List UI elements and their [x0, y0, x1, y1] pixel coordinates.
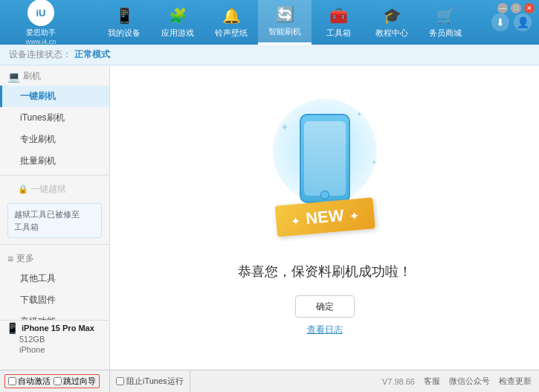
sidebar-section-flash: 💻 刷机: [0, 65, 109, 86]
bottom-right: V7.98.66 客服 微信公众号 检查更新: [375, 376, 539, 387]
top-bar: — □ ✕ iU 爱思助手 www.i4.cn 📱 我的设备 🧩 应用游戏 🔔 …: [0, 0, 539, 45]
status-value: 正常模式: [74, 48, 110, 61]
phone-home-button: [320, 190, 329, 199]
nav-tools[interactable]: 🧰 工具箱: [312, 0, 365, 45]
device-name-row: 📱 iPhone 15 Pro Max: [6, 322, 103, 334]
sidebar-divider-1: [0, 175, 109, 176]
checkbox-row: 自动激活 跳过向导: [4, 374, 105, 388]
window-minimize[interactable]: —: [497, 3, 508, 13]
store-icon: 🛒: [436, 7, 455, 25]
ringtone-icon: 🔔: [222, 7, 241, 25]
window-maximize[interactable]: □: [511, 3, 521, 13]
itunes-checkbox[interactable]: [116, 377, 124, 385]
log-link[interactable]: 查看日志: [307, 324, 343, 336]
my-device-icon: 📱: [115, 7, 134, 25]
new-star-left: ✦: [290, 215, 300, 228]
version-text: V7.98.66: [382, 377, 415, 386]
device-capacity-row: 512GB: [19, 334, 103, 344]
nav-ringtone[interactable]: 🔔 铃声壁纸: [204, 0, 258, 45]
sparkle-1: ✦: [280, 121, 289, 133]
logo-area: iU 爱思助手 www.i4.cn: [7, 0, 74, 45]
nav-my-device[interactable]: 📱 我的设备: [97, 0, 151, 45]
device-phone-icon: 📱: [6, 322, 19, 334]
tutorial-icon: 🎓: [383, 7, 401, 25]
phone-illustration: ✦ ✦ ✦ ✦ NEW ✦: [265, 99, 384, 248]
success-text: 恭喜您，保资料刷机成功啦！: [238, 263, 412, 280]
apps-icon: 🧩: [169, 7, 187, 25]
bottom-bar: 自动激活 跳过向导 阻止iTunes运行 V7.98.66 客服 微信公众号 检…: [0, 370, 539, 392]
wechat-link[interactable]: 微信公众号: [449, 376, 490, 387]
device-type: iPhone: [19, 345, 45, 354]
nav-store[interactable]: 🛒 务员商城: [419, 0, 472, 45]
skip-guide-checkbox[interactable]: [54, 377, 62, 385]
nav-apps[interactable]: 🧩 应用游戏: [151, 0, 204, 45]
new-star-right: ✦: [349, 210, 359, 222]
customer-service-link[interactable]: 客服: [424, 376, 440, 387]
device-name: iPhone 15 Pro Max: [22, 324, 94, 332]
phone-screen: [304, 121, 346, 196]
more-section-icon: ≡: [7, 253, 13, 265]
phone-body: [300, 114, 350, 203]
content-area: ✦ ✦ ✦ ✦ NEW ✦ 恭喜您，保资料刷机成功啦！ 确定 查看日志: [110, 65, 539, 370]
sidebar-item-other-tools[interactable]: 其他工具: [0, 268, 109, 289]
auto-activate-checkbox-label[interactable]: 自动激活: [8, 376, 51, 387]
flash-icon: 🔄: [276, 5, 294, 23]
new-banner: ✦ NEW ✦: [274, 197, 375, 237]
status-label: 设备连接状态：: [9, 48, 71, 61]
confirm-button[interactable]: 确定: [295, 295, 355, 318]
checkbox-group: 自动激活 跳过向导: [4, 374, 100, 388]
sidebar-item-jailbreak-disabled: 🔒 一键越狱: [0, 179, 109, 200]
sidebar-item-itunes[interactable]: iTunes刷机: [0, 107, 109, 129]
status-bar: 设备连接状态： 正常模式: [0, 45, 539, 65]
device-info-panel: 📱 iPhone 15 Pro Max 512GB iPhone: [0, 320, 110, 358]
sidebar-divider-2: [0, 244, 109, 245]
flash-section-icon: 💻: [7, 71, 20, 83]
check-update-link[interactable]: 检查更新: [499, 376, 532, 387]
logo-text: 爱思助手 www.i4.cn: [26, 28, 57, 45]
user-icon[interactable]: 👤: [514, 13, 532, 31]
itunes-check-area: 阻止iTunes运行: [110, 370, 190, 392]
sidebar-item-download-firmware[interactable]: 下载固件: [0, 289, 109, 311]
nav-tutorial[interactable]: 🎓 教程中心: [365, 0, 419, 45]
device-capacity: 512GB: [19, 335, 45, 344]
bottom-left-section: 自动激活 跳过向导: [0, 370, 110, 392]
sidebar-section-more: ≡ 更多: [0, 248, 109, 268]
nav-flash[interactable]: 🔄 智能刷机: [258, 0, 312, 45]
top-right-icons: ⬇ 👤: [491, 13, 532, 31]
logo-icon: iU: [28, 0, 54, 26]
device-type-row: iPhone: [19, 344, 103, 355]
sidebar-item-onekey[interactable]: 一键刷机: [0, 86, 109, 107]
nav-items: 📱 我的设备 🧩 应用游戏 🔔 铃声壁纸 🔄 智能刷机 🧰 工具箱 🎓 教程中心…: [78, 0, 491, 45]
window-close[interactable]: ✕: [524, 3, 535, 13]
sparkle-3: ✦: [371, 158, 377, 167]
itunes-label: 阻止iTunes运行: [126, 376, 184, 387]
tools-icon: 🧰: [329, 7, 348, 25]
sidebar-item-batch[interactable]: 批量刷机: [0, 150, 109, 172]
auto-activate-checkbox[interactable]: [8, 377, 16, 385]
sparkle-2: ✦: [356, 110, 362, 118]
sidebar-note-jailbreak: 越狱工具已被修至 工具箱: [7, 203, 102, 238]
sidebar-item-pro[interactable]: 专业刷机: [0, 129, 109, 150]
download-icon[interactable]: ⬇: [491, 13, 509, 31]
skip-guide-checkbox-label[interactable]: 跳过向导: [54, 376, 96, 387]
